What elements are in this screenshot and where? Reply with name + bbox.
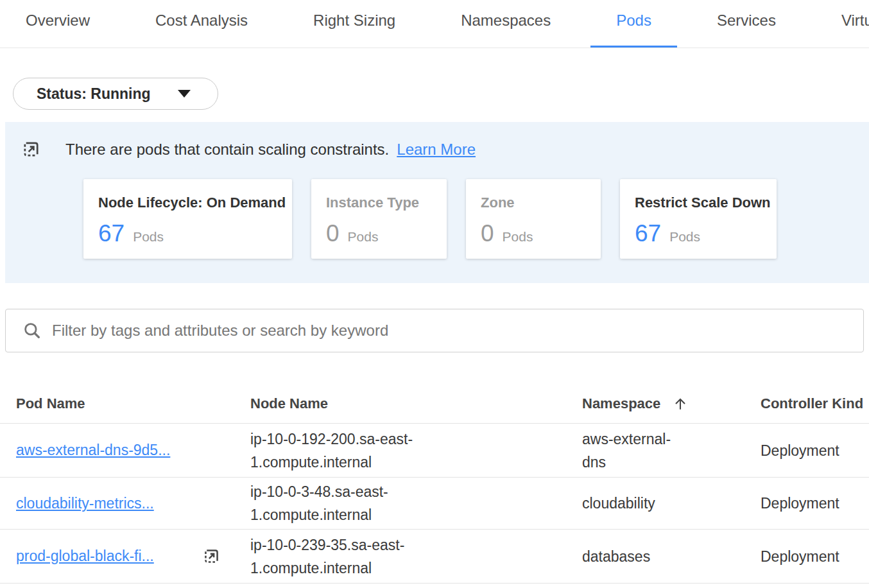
pod-name-link[interactable]: cloudability-metrics... — [16, 495, 154, 512]
column-header-node-name[interactable]: Node Name — [250, 395, 582, 412]
column-header-namespace[interactable]: Namespace — [582, 395, 761, 412]
table-row: cloudability-metrics... ip-10-0-3-48.sa-… — [0, 478, 869, 530]
scale-out-icon — [21, 139, 41, 159]
filter-search-box — [5, 309, 864, 352]
node-name-cell: ip-10-0-192-200.sa-east- 1.compute.inter… — [250, 428, 582, 474]
pod-name-link[interactable]: prod-global-black-fi... — [16, 548, 154, 565]
namespace-cell: aws-external- dns — [582, 428, 761, 474]
card-value: 67 — [98, 220, 125, 247]
node-name-cell: ip-10-0-239-35.sa-east- 1.compute.intern… — [250, 533, 582, 580]
table-row: prod-global-black-fi... ip-10-0-239-35.s… — [0, 530, 869, 584]
controller-kind-cell: Deployment — [761, 492, 869, 515]
tab-bar: Overview Cost Analysis Right Sizing Name… — [0, 0, 869, 48]
card-instance-type[interactable]: Instance Type 0 Pods — [311, 179, 447, 259]
card-unit: Pods — [348, 229, 379, 245]
card-zone[interactable]: Zone 0 Pods — [466, 179, 601, 259]
constraint-cards: Node Lifecycle: On Demand 67 Pods Instan… — [83, 179, 869, 259]
controller-kind-cell: Deployment — [761, 439, 869, 462]
scale-out-icon — [202, 547, 221, 566]
card-restrict-scale-down[interactable]: Restrict Scale Down 67 Pods — [620, 179, 777, 259]
table-row: aws-external-dns-9d5... ip-10-0-192-200.… — [0, 424, 869, 478]
banner-message: There are pods that contain scaling cons… — [65, 141, 389, 159]
card-value: 0 — [481, 220, 494, 247]
tab-services[interactable]: Services — [691, 0, 802, 48]
card-title: Restrict Scale Down — [635, 195, 777, 211]
caret-down-icon — [178, 90, 191, 98]
card-node-lifecycle[interactable]: Node Lifecycle: On Demand 67 Pods — [83, 179, 292, 259]
card-value: 0 — [326, 220, 340, 247]
card-title: Zone — [481, 195, 601, 211]
card-unit: Pods — [669, 229, 700, 245]
table-header-row: Pod Name Node Name Namespace Controller … — [0, 384, 869, 424]
card-unit: Pods — [133, 229, 164, 245]
node-name-cell: ip-10-0-3-48.sa-east- 1.compute.internal — [250, 480, 582, 526]
search-icon — [22, 321, 42, 340]
arrow-up-icon — [672, 395, 689, 412]
tab-namespaces[interactable]: Namespaces — [435, 0, 576, 48]
controller-kind-cell: Deployment — [761, 545, 869, 568]
column-header-controller-kind[interactable]: Controller Kind — [761, 395, 869, 412]
card-unit: Pods — [503, 229, 533, 245]
scaling-constraints-banner: There are pods that contain scaling cons… — [5, 122, 869, 283]
learn-more-link[interactable]: Learn More — [397, 141, 476, 159]
namespace-cell: cloudability — [582, 492, 761, 515]
card-title: Node Lifecycle: On Demand — [98, 195, 292, 211]
tab-right-sizing[interactable]: Right Sizing — [288, 0, 421, 48]
tab-overview[interactable]: Overview — [0, 0, 116, 48]
status-filter-dropdown[interactable]: Status: Running — [13, 78, 218, 110]
tab-cost-analysis[interactable]: Cost Analysis — [130, 0, 273, 48]
filter-search-input[interactable] — [52, 322, 850, 340]
tab-pods[interactable]: Pods — [590, 0, 677, 48]
pod-name-link[interactable]: aws-external-dns-9d5... — [16, 442, 170, 459]
card-value: 67 — [635, 220, 661, 247]
pods-table: Pod Name Node Name Namespace Controller … — [0, 384, 869, 584]
tab-virtual[interactable]: Virtu — [816, 0, 869, 48]
card-title: Instance Type — [326, 195, 447, 211]
namespace-cell: databases — [582, 545, 761, 568]
status-filter-label: Status: Running — [37, 85, 151, 103]
column-header-pod-name[interactable]: Pod Name — [16, 395, 250, 412]
